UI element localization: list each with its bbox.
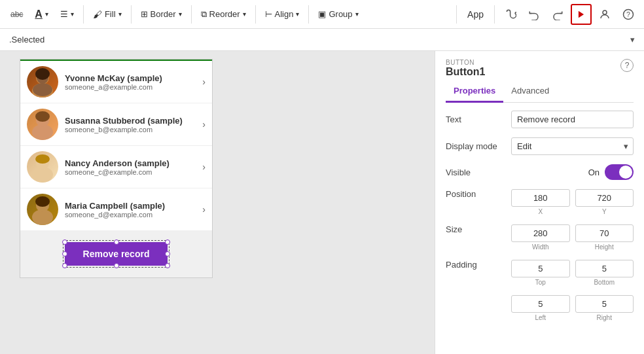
pos-x-field: X — [511, 189, 570, 215]
help-btn[interactable]: ? — [618, 4, 639, 25]
avatar — [27, 109, 58, 140]
canvas-area: Yvonne McKay (sample) someone_a@example.… — [0, 51, 435, 354]
font-caret: ▾ — [45, 10, 48, 18]
formula-input[interactable] — [5, 33, 626, 46]
tab-properties[interactable]: Properties — [446, 80, 503, 103]
paragraph-btn[interactable]: ☰ ▾ — [55, 7, 79, 22]
font-btn[interactable]: A ▾ — [29, 6, 54, 23]
sep4 — [255, 5, 256, 24]
contact-info: Yvonne McKay (sample) someone_a@example.… — [65, 73, 202, 91]
toggle-knob — [619, 166, 632, 179]
avatar — [27, 151, 58, 183]
fill-label: Fill — [105, 9, 116, 19]
size-height-label: Height — [595, 243, 614, 251]
contact-info: Susanna Stubberod (sample) someone_b@exa… — [65, 116, 202, 133]
chevron-right-icon: › — [202, 119, 206, 130]
reorder-btn[interactable]: ⧉ Reorder ▾ — [196, 7, 251, 22]
handle-bm[interactable] — [114, 263, 119, 268]
fill-btn[interactable]: 🖌 Fill ▾ — [88, 7, 127, 22]
handle-tr[interactable] — [165, 239, 170, 245]
panel-type: BUTTON — [446, 59, 634, 66]
svg-point-14 — [35, 154, 50, 164]
handle-tm[interactable] — [114, 239, 119, 245]
padding-right-field: Right — [575, 295, 634, 321]
redo-btn[interactable] — [547, 4, 568, 25]
undo-btn[interactable] — [524, 4, 545, 25]
avatar — [27, 66, 58, 97]
chevron-right-icon: › — [202, 204, 206, 215]
size-height-field: Height — [575, 224, 634, 251]
display-mode-row: Display mode Edit View Disabled ▾ — [446, 137, 634, 155]
text-input[interactable] — [511, 111, 634, 128]
contact-item[interactable]: Susanna Stubberod (sample) someone_b@exa… — [20, 103, 212, 146]
contact-name: Nancy Anderson (sample) — [65, 158, 202, 168]
size-label: Size — [446, 224, 511, 234]
strikethrough-icon: abc — [10, 10, 23, 19]
panel-header: BUTTON Button1 ? — [435, 51, 644, 80]
align-caret: ▾ — [296, 10, 299, 18]
remove-record-label: Remove record — [83, 249, 150, 259]
visible-state: On — [588, 168, 599, 177]
contact-name: Maria Campbell (sample) — [65, 201, 202, 211]
stethoscope-btn[interactable] — [500, 4, 521, 25]
sep2 — [131, 5, 132, 24]
group-btn[interactable]: ▣ Group ▾ — [313, 7, 363, 22]
fill-icon: 🖌 — [93, 9, 102, 20]
panel-body: Text Display mode Edit View Disabled ▾ V… — [435, 103, 644, 354]
text-row: Text — [446, 111, 634, 128]
handle-mr[interactable] — [165, 251, 170, 257]
padding-inputs-tb: Top Bottom — [511, 260, 634, 286]
contact-name: Susanna Stubberod (sample) — [65, 116, 202, 126]
visible-toggle[interactable] — [605, 164, 634, 180]
padding-bottom-input[interactable] — [575, 260, 634, 277]
sep1 — [83, 5, 84, 24]
padding-right-input[interactable] — [575, 295, 634, 313]
handle-tl[interactable] — [62, 239, 67, 245]
padding-left-label: Left — [535, 314, 546, 321]
group-icon: ▣ — [318, 9, 326, 19]
align-btn[interactable]: ⊢ Align ▾ — [260, 7, 305, 22]
svg-marker-0 — [579, 10, 584, 18]
reorder-caret: ▾ — [243, 10, 246, 18]
align-icon: ⊢ — [265, 9, 272, 19]
size-height-input[interactable] — [575, 224, 634, 242]
size-width-input[interactable] — [511, 224, 570, 242]
padding-top-input[interactable] — [511, 260, 570, 277]
size-inputs: Width Height — [511, 224, 634, 251]
paragraph-caret: ▾ — [71, 10, 74, 18]
help-icon[interactable]: ? — [620, 59, 634, 72]
handle-bl[interactable] — [62, 263, 67, 268]
group-label: Group — [329, 9, 352, 19]
align-label: Align — [275, 9, 294, 19]
strikethrough-btn[interactable]: abc — [5, 7, 28, 22]
sep6 — [456, 5, 457, 24]
pos-x-label: X — [538, 208, 543, 215]
handle-br[interactable] — [165, 263, 170, 268]
svg-text:?: ? — [626, 10, 630, 18]
contact-item[interactable]: Yvonne McKay (sample) someone_a@example.… — [20, 60, 212, 103]
remove-record-button[interactable]: Remove record — [65, 242, 168, 266]
contact-email: someone_b@example.com — [65, 126, 202, 133]
position-label: Position — [446, 189, 511, 199]
font-icon: A — [35, 9, 43, 20]
padding-right-label: Right — [597, 314, 612, 321]
contact-list: Yvonne McKay (sample) someone_a@example.… — [20, 60, 212, 230]
position-inputs: X Y — [511, 189, 634, 215]
handle-ml[interactable] — [62, 251, 67, 257]
display-mode-select[interactable]: Edit View Disabled — [511, 137, 634, 155]
app-label: App — [462, 9, 489, 20]
play-btn[interactable] — [571, 4, 592, 25]
padding-top-label: Top — [535, 279, 546, 286]
tab-advanced[interactable]: Advanced — [503, 80, 557, 103]
border-btn[interactable]: ⊞ Border ▾ — [135, 7, 187, 22]
account-btn[interactable] — [594, 4, 615, 25]
pos-y-input[interactable] — [575, 189, 634, 207]
padding-left-input[interactable] — [511, 295, 570, 313]
contact-item[interactable]: Nancy Anderson (sample) someone_c@exampl… — [20, 146, 212, 188]
formula-dropdown[interactable]: ▾ — [626, 31, 639, 49]
display-mode-label: Display mode — [446, 141, 511, 151]
contact-item[interactable]: Maria Campbell (sample) someone_d@exampl… — [20, 188, 212, 230]
pos-x-input[interactable] — [511, 189, 570, 207]
svg-point-1 — [603, 10, 607, 14]
right-panel: BUTTON Button1 ? Properties Advanced Tex… — [435, 51, 644, 354]
